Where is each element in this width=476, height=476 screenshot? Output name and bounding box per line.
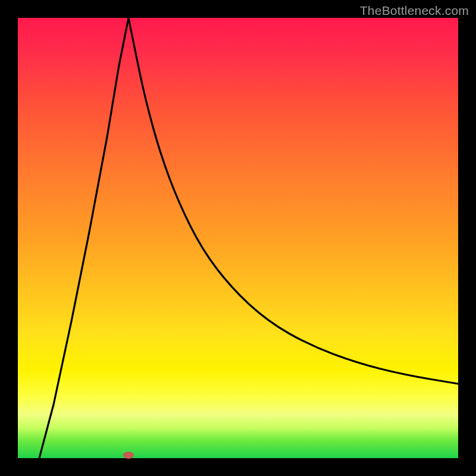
optimum-marker [123, 452, 134, 459]
bottleneck-curve [18, 18, 458, 458]
chart-frame: TheBottleneck.com [0, 0, 476, 476]
plot-area [18, 18, 458, 458]
watermark-text: TheBottleneck.com [360, 4, 469, 18]
curve-path [39, 18, 458, 458]
